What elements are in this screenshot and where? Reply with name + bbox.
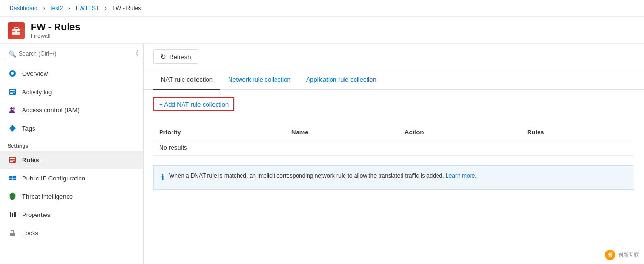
watermark-logo: 创 [605,250,615,260]
refresh-label: Refresh [169,53,191,60]
sidebar-item-public-ip[interactable]: Public IP Configuration [0,169,143,187]
col-name: Name [286,125,399,140]
watermark-text: 创新互联 [618,252,639,259]
locks-icon [8,228,17,238]
sidebar-item-activity-log[interactable]: Activity log [0,83,143,101]
sidebar-item-overview-label: Overview [22,70,48,77]
access-control-icon [8,105,17,115]
tab-nat[interactable]: NAT rule collection [153,70,220,90]
rule-tabs: NAT rule collection Network rule collect… [144,70,644,90]
svg-rect-7 [10,90,15,91]
breadcrumb-fwtest[interactable]: FWTEST [76,5,99,12]
svg-rect-3 [15,31,17,32]
svg-point-13 [11,126,12,128]
svg-rect-21 [10,212,11,217]
tags-icon [8,123,17,133]
svg-rect-17 [10,161,13,162]
sidebar-item-threat-intelligence-label: Threat intelligence [22,193,73,200]
col-priority: Priority [153,125,286,140]
col-action: Action [399,125,521,140]
rules-table: Priority Name Action Rules No results [153,125,634,156]
breadcrumb: Dashboard › test2 › FWTEST › FW - Rules [0,0,644,17]
tab-application-label: Application rule collection [306,76,377,83]
page-title: FW - Rules [31,22,80,33]
svg-rect-16 [10,160,15,161]
sidebar-item-threat-intelligence[interactable]: Threat intelligence [0,187,143,205]
page-title-block: FW - Rules Firewall [31,22,80,39]
svg-marker-12 [9,125,16,132]
learn-more-link[interactable]: Learn more. [446,172,477,179]
tab-content: + Add NAT rule collection Priority Name … [144,90,644,197]
no-results-text: No results [153,140,634,156]
col-rules: Rules [521,125,634,140]
sidebar-item-locks-label: Locks [22,229,38,237]
sidebar-search-container: 🔍 《 [0,44,143,64]
search-icon: 🔍 [9,50,16,58]
breadcrumb-dashboard[interactable]: Dashboard [10,5,38,12]
sidebar: 🔍 《 Overview Activity log [0,44,144,264]
search-input[interactable] [5,48,138,60]
sidebar-item-overview[interactable]: Overview [0,64,143,83]
breadcrumb-test2[interactable]: test2 [50,5,63,12]
svg-rect-9 [10,93,13,94]
sidebar-item-rules[interactable]: Rules [0,151,143,169]
svg-point-11 [12,107,15,110]
sidebar-item-access-control[interactable]: Access control (IAM) [0,101,143,119]
collapse-sidebar-icon[interactable]: 《 [132,49,138,58]
svg-point-5 [11,72,14,75]
page-subtitle: Firewall [31,33,80,39]
svg-rect-22 [12,213,13,217]
sidebar-nav: Overview Activity log Access control (IA… [0,64,143,264]
refresh-icon: ↻ [161,53,166,60]
tab-network-label: Network rule collection [228,76,291,83]
watermark: 创 创新互联 [605,250,639,260]
tab-network[interactable]: Network rule collection [220,70,299,90]
threat-intelligence-icon [8,192,17,201]
rules-icon [8,155,17,165]
activity-log-icon [8,87,17,96]
sidebar-item-properties-label: Properties [22,211,50,218]
add-nat-rule-label: + Add NAT rule collection [159,101,229,108]
firewall-icon [8,22,25,39]
toolbar: ↻ Refresh [144,44,644,70]
table-row-no-results: No results [153,140,634,156]
sidebar-item-access-control-label: Access control (IAM) [22,107,80,114]
properties-icon [8,210,17,219]
add-nat-rule-button[interactable]: + Add NAT rule collection [153,97,234,111]
info-text-content: When a DNAT rule is matched, an implicit… [169,172,444,179]
svg-rect-23 [14,212,16,217]
public-ip-icon [8,173,17,183]
sidebar-item-activity-log-label: Activity log [22,88,52,96]
svg-rect-24 [10,233,15,236]
breadcrumb-current: FW - Rules [112,5,141,12]
settings-section-label: Settings [0,137,143,151]
svg-rect-8 [10,92,15,93]
svg-rect-15 [10,158,15,159]
sidebar-item-locks[interactable]: Locks [0,224,143,242]
sidebar-item-properties[interactable]: Properties [0,205,143,224]
page-header: FW - Rules Firewall [0,17,644,44]
info-banner: ℹ When a DNAT rule is matched, an implic… [153,165,634,190]
overview-icon [8,69,17,78]
sidebar-item-rules-label: Rules [22,156,39,164]
tab-nat-label: NAT rule collection [161,76,213,83]
table-header-row: Priority Name Action Rules [153,125,634,140]
sidebar-item-public-ip-label: Public IP Configuration [22,175,85,182]
info-text: When a DNAT rule is matched, an implicit… [169,171,477,180]
refresh-button[interactable]: ↻ Refresh [153,49,198,64]
svg-rect-1 [14,28,18,30]
sidebar-item-tags[interactable]: Tags [0,119,143,137]
sidebar-item-tags-label: Tags [22,125,35,132]
info-icon: ℹ [161,172,164,183]
content-area: ↻ Refresh NAT rule collection Network ru… [144,44,644,264]
tab-application[interactable]: Application rule collection [299,70,384,90]
